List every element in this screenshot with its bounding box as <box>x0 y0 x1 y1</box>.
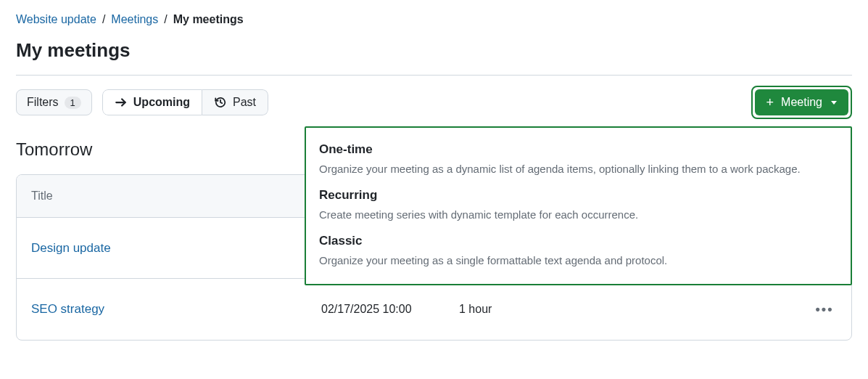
arrow-right-icon <box>115 96 128 109</box>
toolbar-right: + Meeting <box>751 86 852 119</box>
dropdown-item-desc: Organize your meeting as a dynamic list … <box>319 161 838 176</box>
meeting-button-highlight: + Meeting <box>751 86 852 119</box>
filters-count-badge: 1 <box>65 97 81 109</box>
table-row: SEO strategy 02/17/2025 10:00 1 hour ••• <box>17 279 851 340</box>
dropdown-item-classic[interactable]: Classic Organize your meeting as a singl… <box>319 228 838 274</box>
tab-past-label: Past <box>233 96 256 109</box>
filters-label: Filters <box>27 96 59 109</box>
row-actions-menu-button[interactable]: ••• <box>812 298 837 320</box>
meeting-title-cell: SEO strategy <box>31 302 321 317</box>
divider <box>16 75 852 76</box>
caret-down-icon <box>831 101 837 105</box>
breadcrumb-current: My meetings <box>173 13 244 26</box>
tab-upcoming[interactable]: Upcoming <box>102 89 202 115</box>
meeting-link[interactable]: Design update <box>31 241 111 255</box>
plus-icon: + <box>766 96 774 109</box>
meeting-type-dropdown: One-time Organize your meeting as a dyna… <box>305 126 852 285</box>
breadcrumb-separator: / <box>164 13 167 26</box>
breadcrumb-module-link[interactable]: Meetings <box>111 13 158 26</box>
dropdown-item-title: Recurring <box>319 188 838 203</box>
add-meeting-label: Meeting <box>781 96 822 109</box>
dropdown-item-one-time[interactable]: One-time Organize your meeting as a dyna… <box>319 136 838 182</box>
breadcrumb: Website update / Meetings / My meetings <box>16 13 852 26</box>
toolbar-left: Filters 1 Upcoming Past <box>16 89 268 115</box>
dropdown-item-desc: Organize your meeting as a single format… <box>319 253 838 268</box>
add-meeting-button[interactable]: + Meeting <box>755 89 848 115</box>
meeting-link[interactable]: SEO strategy <box>31 302 104 316</box>
history-icon <box>214 96 227 109</box>
breadcrumb-project-link[interactable]: Website update <box>16 13 96 26</box>
tab-past[interactable]: Past <box>202 89 268 115</box>
dropdown-item-recurring[interactable]: Recurring Create meeting series with dyn… <box>319 182 838 228</box>
meeting-date-cell: 02/17/2025 10:00 <box>321 303 459 316</box>
kebab-icon: ••• <box>816 302 834 317</box>
breadcrumb-separator: / <box>102 13 105 26</box>
column-header-title: Title <box>31 190 321 203</box>
meeting-duration-cell: 1 hour <box>459 303 793 316</box>
filters-button[interactable]: Filters 1 <box>16 89 92 115</box>
row-actions: ••• <box>793 298 837 320</box>
time-segmented-control: Upcoming Past <box>102 89 268 115</box>
tab-upcoming-label: Upcoming <box>133 96 190 109</box>
toolbar: Filters 1 Upcoming Past + Meeting <box>16 86 852 119</box>
meeting-title-cell: Design update <box>31 241 321 256</box>
dropdown-item-title: One-time <box>319 142 838 157</box>
dropdown-item-title: Classic <box>319 234 838 248</box>
dropdown-item-desc: Create meeting series with dynamic templ… <box>319 207 838 222</box>
page-title: My meetings <box>16 39 852 62</box>
